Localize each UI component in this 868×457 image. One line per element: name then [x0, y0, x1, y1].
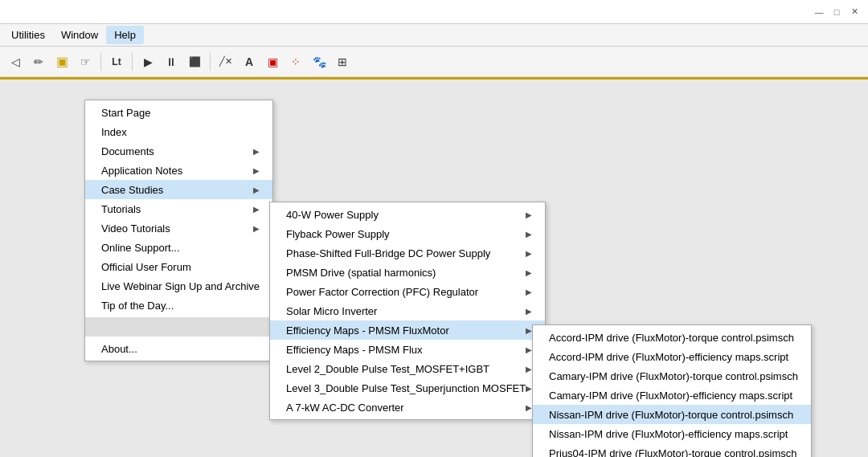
- menu-application-notes[interactable]: Application Notes ▶: [85, 161, 272, 180]
- cs-pfc-arrow: ▶: [526, 288, 532, 296]
- cs-pmsm-drive[interactable]: PMSM Drive (spatial harmonics) ▶: [270, 263, 545, 282]
- menu-tutorials[interactable]: Tutorials ▶: [85, 199, 272, 218]
- animal-button[interactable]: 🐾: [309, 51, 330, 72]
- menu-start-page[interactable]: Start Page: [85, 103, 272, 122]
- case-studies-menu: 40-W Power Supply ▶ Flyback Power Supply…: [269, 202, 546, 420]
- back-button[interactable]: ◁: [5, 51, 26, 72]
- eff-accord-efficiency[interactable]: Accord-IPM drive (FluxMotor)-efficiency …: [533, 347, 811, 366]
- toolbar-separator-2: [132, 53, 133, 71]
- cs-solar-arrow: ▶: [526, 307, 532, 316]
- menu-bar: Utilities Window Help: [0, 24, 868, 47]
- pause-button[interactable]: ⏸: [161, 51, 182, 72]
- cs-level2-double[interactable]: Level 2_Double Pulse Test_MOSFET+IGBT ▶: [270, 359, 545, 378]
- menu-index[interactable]: Index: [85, 122, 272, 141]
- tutorials-arrow: ▶: [253, 205, 260, 214]
- menu-separator: [85, 317, 272, 337]
- documents-arrow: ▶: [253, 147, 260, 156]
- eff-nissan-torque[interactable]: Nissan-IPM drive (FluxMotor)-torque cont…: [533, 405, 811, 424]
- pencil-button[interactable]: ✏: [28, 51, 49, 72]
- red-box-button[interactable]: ▣: [262, 51, 283, 72]
- toolbar-separator-3: [210, 53, 211, 71]
- menu-tip-of-day[interactable]: Tip of the Day...: [85, 296, 272, 315]
- draw-button[interactable]: ╱✕: [215, 51, 236, 72]
- menu-live-webinar[interactable]: Live Webinar Sign Up and Archive: [85, 276, 272, 296]
- cs-40w-power[interactable]: 40-W Power Supply ▶: [270, 205, 545, 224]
- title-bar: — □ ✕: [0, 0, 868, 24]
- cs-efficiency-pmsm-fluxmotor[interactable]: Efficiency Maps - PMSM FluxMotor ▶: [270, 320, 545, 340]
- toolbar: ◁ ✏ ▣ ☞ Lt ▶ ⏸ ⬛ ╱✕ A ▣ ⁘ 🐾 ⊞: [0, 47, 868, 77]
- yellow-box-button[interactable]: ▣: [51, 51, 72, 72]
- cs-flyback-arrow: ▶: [526, 230, 532, 239]
- menu-online-support[interactable]: Online Support...: [85, 238, 272, 257]
- cs-efficiency-pmsm-flux[interactable]: Efficiency Maps - PMSM Flux ▶: [270, 340, 545, 359]
- cs-flyback[interactable]: Flyback Power Supply ▶: [270, 224, 545, 243]
- menu-utilities[interactable]: Utilities: [3, 26, 53, 44]
- menu-documents[interactable]: Documents ▶: [85, 141, 272, 161]
- cs-eff-flux-arrow: ▶: [526, 345, 532, 354]
- play-button[interactable]: ▶: [137, 51, 158, 72]
- text-button[interactable]: A: [239, 51, 260, 72]
- cs-power-factor[interactable]: Power Factor Correction (PFC) Regulator …: [270, 282, 545, 301]
- eff-nissan-efficiency[interactable]: Nissan-IPM drive (FluxMotor)-efficiency …: [533, 424, 811, 443]
- minimize-button[interactable]: —: [812, 5, 826, 19]
- hand-button[interactable]: ☞: [75, 51, 96, 72]
- cs-l2-arrow: ▶: [526, 365, 532, 373]
- cs-solar-micro[interactable]: Solar Micro Inverter ▶: [270, 301, 545, 320]
- cs-phase-arrow: ▶: [526, 249, 532, 258]
- canvas-top-line: [0, 77, 868, 80]
- case-studies-arrow: ▶: [253, 186, 260, 194]
- lt-button[interactable]: Lt: [106, 51, 127, 72]
- cs-level3-double[interactable]: Level 3_Double Pulse Test_Superjunction …: [270, 378, 545, 398]
- cs-7kw-acdc[interactable]: A 7-kW AC-DC Converter ▶: [270, 398, 545, 417]
- menu-window[interactable]: Window: [53, 26, 106, 44]
- video-tutorials-arrow: ▶: [253, 224, 260, 233]
- dots-button[interactable]: ⁘: [285, 51, 306, 72]
- canvas-area: Start Page Index Documents ▶ Application…: [0, 77, 868, 457]
- cs-40w-arrow: ▶: [526, 210, 532, 219]
- eff-camary-efficiency[interactable]: Camary-IPM drive (FluxMotor)-efficiency …: [533, 386, 811, 405]
- toolbar-separator-1: [100, 53, 101, 71]
- menu-help[interactable]: Help: [106, 26, 144, 44]
- menu-about[interactable]: About...: [85, 339, 272, 358]
- table-button[interactable]: ⊞: [332, 51, 353, 72]
- menu-case-studies[interactable]: Case Studies ▶: [85, 180, 272, 199]
- cs-l3-arrow: ▶: [526, 384, 532, 393]
- menu-official-user-forum[interactable]: Official User Forum: [85, 257, 272, 276]
- eff-prius04-torque[interactable]: Prius04-IPM drive (FluxMotor)-torque con…: [533, 443, 811, 457]
- cs-7kw-arrow: ▶: [526, 403, 532, 412]
- cs-pmsm-arrow: ▶: [526, 268, 532, 277]
- maximize-button[interactable]: □: [829, 5, 844, 19]
- cs-phase-shifted[interactable]: Phase-Shifted Full-Bridge DC Power Suppl…: [270, 243, 545, 263]
- menu-video-tutorials[interactable]: Video Tutorials ▶: [85, 218, 272, 238]
- application-notes-arrow: ▶: [253, 166, 260, 175]
- help-menu: Start Page Index Documents ▶ Application…: [84, 100, 273, 361]
- cs-eff-pmsm-arrow: ▶: [526, 326, 532, 335]
- efficiency-maps-menu: Accord-IPM drive (FluxMotor)-torque cont…: [532, 324, 812, 457]
- eff-camary-torque[interactable]: Camary-IPM drive (FluxMotor)-torque cont…: [533, 366, 811, 386]
- eff-accord-torque[interactable]: Accord-IPM drive (FluxMotor)-torque cont…: [533, 328, 811, 347]
- stop-button[interactable]: ⬛: [184, 51, 205, 72]
- close-button[interactable]: ✕: [847, 5, 862, 19]
